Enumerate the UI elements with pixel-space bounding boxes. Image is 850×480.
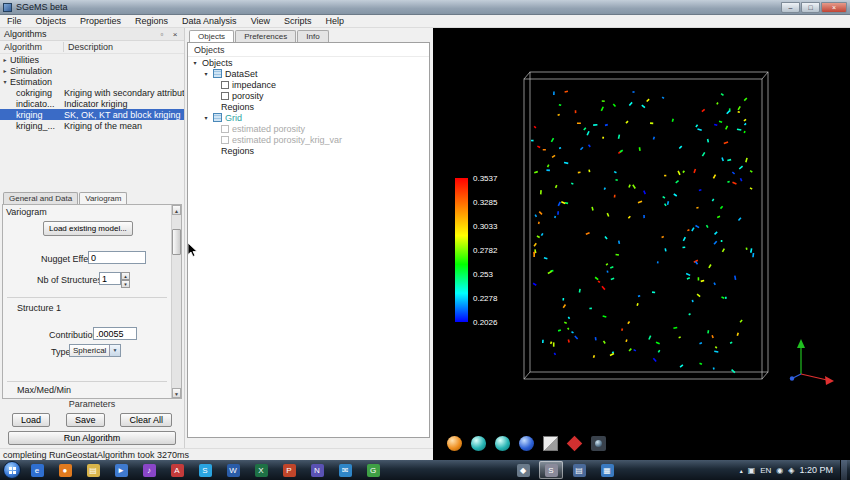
language-indicator[interactable]: EN <box>760 466 771 475</box>
scatter-point <box>691 227 694 231</box>
tab-variogram[interactable]: Variogram <box>79 192 127 204</box>
tab-objects[interactable]: Objects <box>189 30 234 42</box>
variogram-panel: Variogram Load existing model... Nugget … <box>2 204 182 399</box>
pick-mode-icon[interactable] <box>567 436 583 452</box>
taskbar-app-9[interactable]: X <box>249 461 273 479</box>
taskbar-app-6[interactable]: A <box>165 461 189 479</box>
scatter-point <box>683 237 686 241</box>
scatter-point <box>607 270 609 272</box>
algorithm-group-simulation[interactable]: ▸Simulation <box>0 65 184 76</box>
scrollbar-thumb[interactable] <box>172 229 181 255</box>
object-group-dataset[interactable]: ▾DataSet <box>188 68 429 79</box>
taskbar-app-12[interactable]: ✉ <box>333 461 357 479</box>
close-button[interactable]: × <box>821 2 847 13</box>
column-description[interactable]: Description <box>64 42 184 52</box>
algorithm-item-kriging[interactable]: kriging_...Kriging of the mean <box>0 120 184 131</box>
checkbox[interactable] <box>221 92 229 100</box>
checkbox[interactable] <box>221 125 229 133</box>
taskbar-active-window[interactable]: S <box>539 461 563 479</box>
top-view-icon[interactable] <box>471 436 486 451</box>
close-panel-icon[interactable]: × <box>170 30 180 39</box>
objects-root[interactable]: ▾Objects <box>188 57 429 68</box>
object-group-grid[interactable]: ▾Grid <box>188 112 429 123</box>
taskbar-app-11[interactable]: N <box>305 461 329 479</box>
snapshot-icon[interactable] <box>591 436 606 451</box>
menu-item-file[interactable]: File <box>0 16 29 26</box>
menu-item-objects[interactable]: Objects <box>29 16 74 26</box>
taskbar-clock[interactable]: 1:20 PM <box>799 465 835 475</box>
scrollbar-track[interactable] <box>172 215 181 388</box>
algorithm-name: kriging <box>0 110 64 120</box>
menu-item-properties[interactable]: Properties <box>73 16 128 26</box>
menu-item-view[interactable]: View <box>244 16 277 26</box>
nugget-effect-input[interactable] <box>88 251 146 264</box>
algorithm-item-indicato[interactable]: indicato...Indicator kriging <box>0 98 184 109</box>
taskbar-app-7[interactable]: S <box>193 461 217 479</box>
menu-item-data-analysis[interactable]: Data Analysis <box>175 16 244 26</box>
scatter-point <box>606 263 609 266</box>
algorithm-group-estimation[interactable]: ▾Estimation <box>0 76 184 87</box>
object-item-porosity[interactable]: porosity <box>188 90 429 101</box>
maximize-button[interactable]: □ <box>801 2 820 13</box>
contribution-input[interactable] <box>93 327 137 340</box>
bounding-box-icon[interactable] <box>543 436 558 451</box>
tray-icon-1[interactable]: ▣ <box>748 466 756 475</box>
column-algorithm[interactable]: Algorithm <box>0 42 64 52</box>
taskbar-app-8[interactable]: W <box>221 461 245 479</box>
menu-item-regions[interactable]: Regions <box>128 16 175 26</box>
float-panel-icon[interactable]: ▫ <box>157 30 167 39</box>
stepper-up-icon[interactable]: ▴ <box>121 272 130 280</box>
minimize-button[interactable]: – <box>781 2 800 13</box>
taskbar-app-5[interactable]: ♪ <box>137 461 161 479</box>
scroll-down-icon[interactable]: ▼ <box>172 388 181 398</box>
perspective-view-icon[interactable] <box>519 436 534 451</box>
load-existing-model-button[interactable]: Load existing model... <box>43 221 133 236</box>
algorithm-item-cokriging[interactable]: cokrigingKriging with secondary attribut… <box>0 87 184 98</box>
scroll-up-icon[interactable]: ▲ <box>172 205 181 215</box>
taskbar-app-10[interactable]: P <box>277 461 301 479</box>
viewport-3d[interactable]: 0.35370.32850.30330.27820.2530.22780.202… <box>433 28 850 460</box>
taskbar-window-3[interactable]: ▤ <box>567 461 591 479</box>
show-desktop-button[interactable] <box>840 460 847 480</box>
face-view-icon[interactable] <box>495 436 510 451</box>
left-stack: Algorithms ▫ × Algorithm Description ▸Ut… <box>0 28 433 460</box>
load-button[interactable]: Load <box>12 413 50 427</box>
taskbar-window-icon: ◆ <box>517 464 530 477</box>
tray-icon-3[interactable]: ◈ <box>788 466 794 475</box>
taskbar-window-4[interactable]: ▦ <box>595 461 619 479</box>
taskbar-window-1[interactable]: ◆ <box>511 461 535 479</box>
taskbar-app-4[interactable]: ► <box>109 461 133 479</box>
algorithm-item-kriging[interactable]: krigingSK, OK, KT and block kriging <box>0 109 184 120</box>
scatter-point <box>746 247 748 250</box>
checkbox[interactable] <box>221 81 229 89</box>
type-select[interactable]: Spherical ▼ <box>69 344 121 357</box>
object-item-regions[interactable]: Regions <box>188 101 429 112</box>
tab-info[interactable]: Info <box>297 30 328 42</box>
clear-all-button[interactable]: Clear All <box>120 413 172 427</box>
variogram-scrollbar[interactable]: ▲ ▼ <box>171 205 181 398</box>
object-item-impedance[interactable]: impedance <box>188 79 429 90</box>
taskbar-app-13[interactable]: G <box>361 461 385 479</box>
tray-expand-icon[interactable]: ▴ <box>740 467 743 474</box>
menu-item-help[interactable]: Help <box>319 16 352 26</box>
home-view-icon[interactable] <box>447 436 462 451</box>
start-button[interactable] <box>3 461 21 479</box>
object-item-regions[interactable]: Regions <box>188 145 429 156</box>
stepper-down-icon[interactable]: ▾ <box>121 280 130 288</box>
menu-item-scripts[interactable]: Scripts <box>277 16 319 26</box>
taskbar-app-3[interactable]: ▤ <box>81 461 105 479</box>
checkbox[interactable] <box>221 136 229 144</box>
tab-preferences[interactable]: Preferences <box>235 30 296 42</box>
algorithm-group-utilities[interactable]: ▸Utilities <box>0 54 184 65</box>
scatter-point <box>707 330 709 333</box>
tab-general-and-data[interactable]: General and Data <box>3 192 78 204</box>
scatter-point <box>593 355 595 358</box>
nb-structures-input[interactable] <box>99 272 121 285</box>
taskbar-app-1[interactable]: e <box>25 461 49 479</box>
object-item-estimated-porosity[interactable]: estimated porosity <box>188 123 429 134</box>
tray-icon-2[interactable]: ◉ <box>776 466 783 475</box>
save-button[interactable]: Save <box>66 413 105 427</box>
taskbar-app-2[interactable]: ● <box>53 461 77 479</box>
object-item-estimated-porosity-krig-var[interactable]: estimated porosity_krig_var <box>188 134 429 145</box>
run-algorithm-button[interactable]: Run Algorithm <box>8 431 176 445</box>
